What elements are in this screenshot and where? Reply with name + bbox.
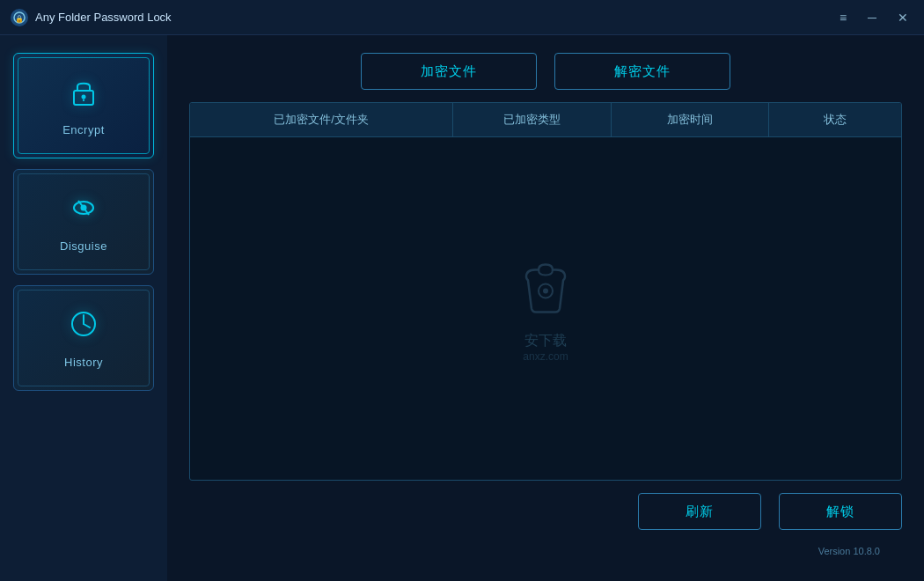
svg-point-12 xyxy=(543,289,548,294)
lock-icon xyxy=(68,76,99,114)
app-title: Any Folder Password Lock xyxy=(35,11,172,24)
minimize-button[interactable]: ─ xyxy=(862,9,882,26)
top-buttons: 加密文件 解密文件 xyxy=(189,53,902,90)
sidebar-item-encrypt[interactable]: Encrypt xyxy=(13,53,154,158)
table-col-type: 已加密类型 xyxy=(453,103,612,136)
titlebar-controls: ≡ ─ ✕ xyxy=(834,9,913,26)
sidebar-label-encrypt: Encrypt xyxy=(62,123,105,136)
titlebar-left: 🔒 Any Folder Password Lock xyxy=(11,9,172,26)
table-header: 已加密文件/文件夹 已加密类型 加密时间 状态 xyxy=(190,103,901,137)
eye-icon xyxy=(68,192,99,231)
svg-line-10 xyxy=(84,324,90,327)
table-col-filename: 已加密文件/文件夹 xyxy=(190,103,453,136)
version-bar: Version 10.8.0 xyxy=(189,546,902,563)
sidebar-item-disguise[interactable]: Disguise xyxy=(13,169,154,275)
titlebar: 🔒 Any Folder Password Lock ≡ ─ ✕ xyxy=(0,0,924,35)
watermark-text-cn: 安下载 xyxy=(510,332,581,350)
encrypt-file-button[interactable]: 加密文件 xyxy=(361,53,537,90)
svg-text:🔒: 🔒 xyxy=(15,14,24,23)
main-layout: Encrypt Disguise History xyxy=(0,35,924,581)
sidebar: Encrypt Disguise History xyxy=(0,35,167,581)
sidebar-label-history: History xyxy=(64,356,103,369)
table-body: 安下载 anxz.com xyxy=(190,137,901,479)
content-area: 加密文件 解密文件 已加密文件/文件夹 已加密类型 加密时间 状态 xyxy=(167,35,924,581)
watermark-bag-icon xyxy=(510,254,581,328)
refresh-button[interactable]: 刷新 xyxy=(638,493,761,530)
sidebar-label-disguise: Disguise xyxy=(60,239,107,253)
menu-button[interactable]: ≡ xyxy=(834,9,852,26)
svg-point-11 xyxy=(539,284,553,298)
table-col-status: 状态 xyxy=(769,103,901,136)
table-col-time: 加密时间 xyxy=(612,103,770,136)
decrypt-file-button[interactable]: 解密文件 xyxy=(554,53,730,90)
version-text: Version 10.8.0 xyxy=(818,546,880,556)
file-table: 已加密文件/文件夹 已加密类型 加密时间 状态 安下 xyxy=(189,102,902,481)
svg-point-3 xyxy=(82,94,86,99)
app-icon: 🔒 xyxy=(11,9,28,26)
watermark: 安下载 anxz.com xyxy=(510,254,581,363)
bottom-bar: 刷新 解锁 xyxy=(189,493,902,533)
close-button[interactable]: ✕ xyxy=(892,9,913,26)
clock-icon xyxy=(68,308,99,347)
sidebar-item-history[interactable]: History xyxy=(13,285,154,391)
watermark-url: anxz.com xyxy=(510,350,581,363)
unlock-button[interactable]: 解锁 xyxy=(779,493,902,530)
